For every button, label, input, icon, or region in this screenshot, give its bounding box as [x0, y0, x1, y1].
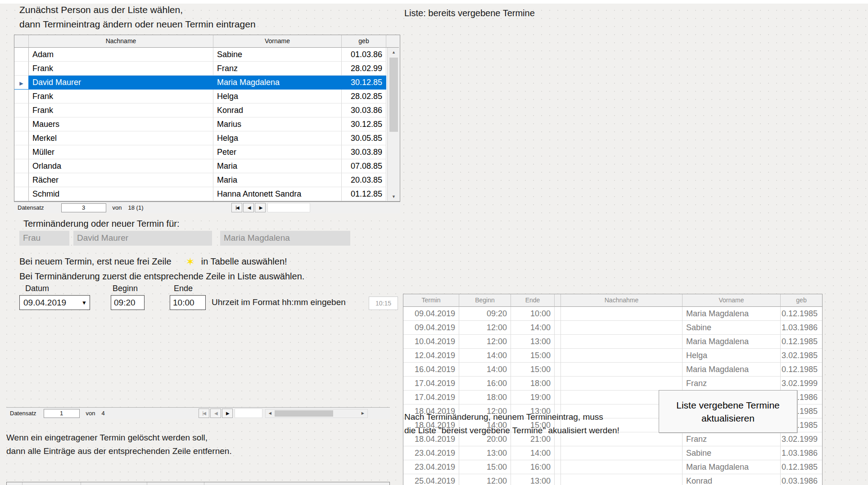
table-row[interactable]: MerkelHelga30.05.85 [14, 131, 386, 145]
previous-record-button[interactable]: ◀ [210, 409, 221, 418]
row-selector[interactable] [14, 187, 29, 201]
scrollbar-thumb[interactable] [389, 58, 398, 132]
cell-vorname: Maria Magdalena [683, 335, 781, 349]
table-row[interactable]: AdamSabine01.03.86 [14, 48, 386, 62]
record-number-box[interactable]: 1 [44, 409, 80, 418]
termine-list: Termin Beginn Ende Nachnahme Vorname geb… [403, 294, 823, 485]
scrollbar-thumb[interactable] [275, 410, 333, 417]
cell-nachnahme [561, 363, 683, 377]
record-search-box[interactable] [267, 203, 310, 212]
form-title: Terminänderung oder neuer Termin für: [23, 217, 179, 230]
cell-vorname: Konrad [683, 474, 781, 485]
cell-ende: 14:00 [511, 321, 555, 335]
table-row[interactable]: 23.04.201913:0014:00Sabine1.03.1986 [403, 446, 822, 460]
row-selector[interactable] [14, 159, 29, 173]
time-example-box: 10:15 [369, 296, 398, 310]
datum-combobox[interactable]: 09.04.2019 ▼ [19, 295, 90, 310]
cell-nachnahme [561, 307, 683, 321]
table-row[interactable]: 09.04.201909:2010:00Maria Magdalena0.12.… [403, 307, 822, 321]
table-row[interactable]: FrankFranz28.02.99 [14, 62, 386, 76]
cell-geb: 07.08.85 [342, 159, 386, 173]
table-row[interactable]: 09.04.201912:0014:00Sabine1.03.1986 [403, 321, 822, 335]
cell-nachnahme [561, 460, 683, 474]
table-row[interactable]: OrlandaMaria07.08.85 [14, 159, 386, 173]
cell-geb: 0.12.1985 [781, 460, 822, 474]
next-record-button[interactable]: ▶ [222, 409, 233, 418]
persons-scrollbar[interactable]: ▲ ▼ [387, 48, 400, 201]
cell-geb: 30.03.86 [342, 103, 386, 117]
table-row[interactable]: 25.04.201912:0013:00Konrad0.03.1986 [403, 474, 822, 485]
first-record-button[interactable]: |◀ [199, 409, 209, 418]
cell-nachnahme [561, 446, 683, 460]
cell-geb: 01.03.86 [342, 48, 386, 62]
cell-spacer [555, 349, 561, 363]
header-vorname: Vorname [213, 35, 342, 48]
row-selector[interactable] [14, 103, 29, 117]
table-row[interactable]: RächerMaria20.03.85 [14, 173, 386, 187]
record-count-label: 4 [102, 410, 105, 417]
header-selector [7, 482, 23, 485]
table-row[interactable]: FrankHelga28.02.85 [14, 90, 386, 103]
scroll-right-icon[interactable]: ▶ [358, 409, 367, 418]
beginn-input[interactable]: 09:20 [111, 295, 145, 310]
cell-spacer [555, 307, 561, 321]
table-row[interactable]: SchmidHanna Antonett Sandra01.12.85 [14, 187, 386, 201]
cell-vorname: Maria Magdalena [683, 460, 781, 474]
table-row[interactable]: MüllerPeter30.03.89 [14, 145, 386, 159]
cell-nachnahme [561, 349, 683, 363]
cell-nachname: Frank [29, 103, 213, 117]
row-selector[interactable] [14, 145, 29, 159]
row-selector[interactable] [14, 173, 29, 187]
row-selector[interactable] [14, 90, 29, 103]
header-geb: geb [781, 294, 822, 307]
table-row[interactable]: 10.04.201912:0013:00Maria Magdalena0.12.… [403, 335, 822, 349]
row-selector[interactable]: ▶ [14, 76, 29, 90]
header-beginn: Beginn [459, 294, 511, 307]
cell-beginn: 14:00 [459, 363, 511, 377]
cell-spacer [555, 363, 561, 377]
cell-nachnahme [561, 321, 683, 335]
beginn-label: Beginn [113, 284, 138, 293]
cell-vorname: Sabine [683, 446, 781, 460]
chevron-down-icon[interactable]: ▼ [81, 300, 87, 306]
ende-input[interactable]: 10:00 [170, 295, 206, 310]
scroll-left-icon[interactable]: ◀ [266, 409, 275, 418]
cell-spacer [555, 321, 561, 335]
update-list-button[interactable]: Liste vergebene Termine aktualisieren [659, 390, 797, 433]
horizontal-scrollbar[interactable]: ◀ ▶ [265, 409, 368, 418]
persons-table: Nachname Vorname geb AdamSabine01.03.86F… [14, 35, 400, 202]
cell-vorname: Franz [213, 62, 342, 76]
row-selector[interactable] [14, 62, 29, 76]
table-row[interactable]: FrankKonrad30.03.86 [14, 103, 386, 117]
cell-nachname: Adam [29, 48, 213, 62]
table-row[interactable]: 23.04.201915:0016:00Maria Magdalena0.12.… [403, 460, 822, 474]
first-record-button[interactable]: |◀ [231, 203, 242, 212]
cell-ende: 19:00 [511, 391, 555, 404]
record-search-box[interactable] [235, 409, 262, 418]
scroll-down-icon[interactable]: ▼ [388, 192, 400, 201]
table-row[interactable]: 12.04.201914:0015:00Helga3.02.1985 [403, 349, 822, 363]
cell-geb: 3.02.1999 [781, 432, 822, 446]
cell-geb: 01.12.85 [342, 187, 386, 201]
hint1-text-before: Bei neuem Termin, erst neue frei Zeile [19, 256, 172, 266]
table-row[interactable]: MauersMarius30.12.85 [14, 117, 386, 131]
table-row[interactable]: 16.04.201914:0015:00Maria Magdalena0.12.… [403, 363, 822, 377]
cell-ende: 13:00 [511, 335, 555, 349]
cell-spacer [555, 391, 561, 404]
next-record-button[interactable]: ▶ [255, 203, 266, 212]
table-row[interactable]: 17.04.201916:0018:00Franz3.02.1999 [403, 377, 822, 391]
cell-nachname: Mauers [29, 117, 213, 131]
row-selector[interactable] [14, 131, 29, 145]
previous-record-button[interactable]: ◀ [243, 203, 254, 212]
scroll-up-icon[interactable]: ▲ [388, 48, 400, 57]
table-row[interactable]: ▶David MaurerMaria Magdalena30.12.85 [14, 76, 386, 90]
hint-change-appointment: Bei Terminänderung zuerst die entspreche… [19, 269, 304, 283]
row-selector[interactable] [14, 48, 29, 62]
header-termin: Termin [403, 294, 459, 307]
cell-ende: 13:00 [511, 474, 555, 485]
row-selector[interactable] [14, 117, 29, 131]
record-number-box[interactable]: 3 [61, 203, 106, 212]
record-nav-label: Datensatz [10, 410, 36, 417]
header-scroll-spacer [386, 35, 399, 48]
header-beginn: Beginn [81, 482, 147, 485]
